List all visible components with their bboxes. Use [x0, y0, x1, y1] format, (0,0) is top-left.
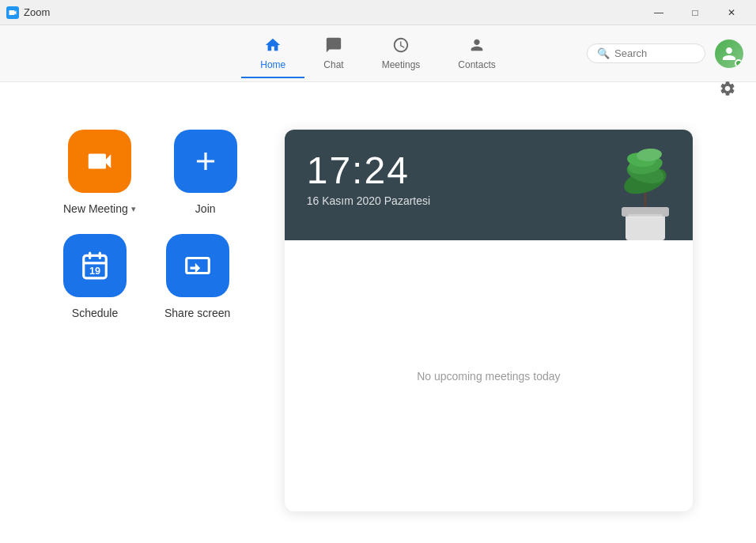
contacts-label: Contacts [458, 59, 495, 70]
no-meetings-text: No upcoming meetings today [417, 370, 560, 383]
meetings-label: Meetings [382, 59, 421, 70]
schedule-item[interactable]: 19 Schedule [63, 234, 127, 319]
main-content: New Meeting ▾ Join 19 Schedule [0, 82, 756, 543]
share-screen-label: Share screen [164, 307, 230, 319]
nav-items: Home Chat Meetings Contacts [241, 30, 514, 77]
minimize-button[interactable]: — [641, 0, 677, 25]
new-meeting-dropdown-arrow: ▾ [131, 204, 136, 214]
nav-item-home[interactable]: Home [241, 30, 304, 78]
schedule-label: Schedule [72, 307, 118, 319]
online-indicator [735, 59, 743, 67]
actions-row-top: New Meeting ▾ Join [63, 130, 237, 215]
home-icon [264, 36, 282, 56]
meetings-icon [392, 36, 410, 56]
contacts-icon [468, 36, 486, 56]
svg-text:19: 19 [89, 266, 100, 277]
calendar-header: 17:24 16 Kasım 2020 Pazartesi [285, 130, 693, 240]
join-label: Join [195, 202, 216, 215]
search-input[interactable] [614, 47, 695, 59]
new-meeting-item[interactable]: New Meeting ▾ [63, 130, 136, 215]
plant-decoration [598, 138, 693, 240]
search-icon: 🔍 [597, 47, 610, 59]
new-meeting-label: New Meeting [63, 202, 128, 215]
actions-row-bottom: 19 Schedule Share screen [63, 234, 237, 319]
home-label: Home [260, 59, 285, 70]
new-meeting-label-row: New Meeting ▾ [63, 202, 136, 215]
svg-rect-13 [628, 214, 663, 217]
titlebar: Zoom — □ ✕ [0, 0, 756, 25]
new-meeting-button[interactable] [68, 130, 131, 193]
nav-item-contacts[interactable]: Contacts [439, 30, 514, 78]
app-title: Zoom [24, 6, 50, 18]
share-screen-item[interactable]: Share screen [164, 234, 230, 319]
navbar-right: 🔍 [587, 40, 743, 68]
maximize-button[interactable]: □ [677, 0, 713, 25]
avatar[interactable] [715, 40, 743, 68]
navbar: Home Chat Meetings Contacts 🔍 [0, 25, 756, 82]
calendar-panel: 17:24 16 Kasım 2020 Pazartesi No upcom [285, 130, 693, 511]
close-button[interactable]: ✕ [713, 0, 750, 25]
nav-item-chat[interactable]: Chat [304, 30, 362, 78]
app-icon [6, 6, 19, 19]
chat-icon [325, 36, 342, 56]
share-screen-button[interactable] [166, 234, 229, 297]
window-controls: — □ ✕ [641, 0, 750, 25]
actions-grid: New Meeting ▾ Join 19 Schedule [63, 130, 237, 511]
join-item[interactable]: Join [174, 130, 237, 215]
titlebar-left: Zoom [6, 6, 50, 19]
chat-label: Chat [323, 59, 343, 70]
schedule-button[interactable]: 19 [63, 234, 127, 297]
search-box[interactable]: 🔍 [587, 43, 705, 63]
calendar-body: No upcoming meetings today [285, 240, 693, 511]
join-button[interactable] [174, 130, 237, 193]
settings-button[interactable] [715, 76, 740, 101]
nav-item-meetings[interactable]: Meetings [363, 30, 440, 78]
